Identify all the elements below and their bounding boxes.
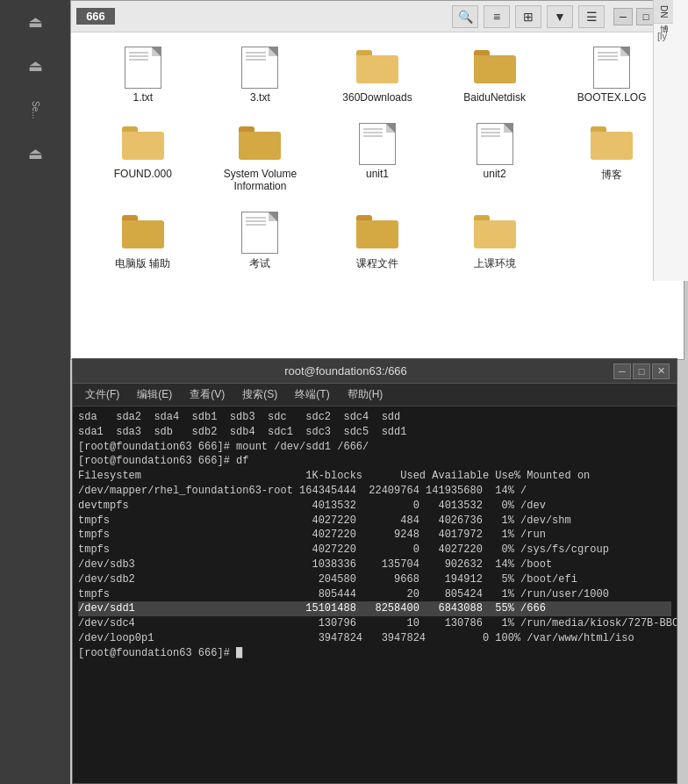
list-view-button[interactable]: ≡ — [484, 5, 510, 28]
file-label: 上课环境 — [474, 256, 516, 271]
search-icon: 🔍 — [458, 10, 473, 24]
folder-icon-shape — [356, 50, 398, 85]
folder-icon-shape — [122, 126, 164, 162]
label-icon-3: Se... — [19, 97, 51, 123]
file-item-unit1[interactable]: unit1 — [319, 118, 436, 198]
txt-icon-shape — [241, 212, 278, 254]
file-icon-txt — [239, 212, 281, 254]
sidebar-item-1[interactable]: ⏏ — [19, 9, 51, 35]
terminal-title: root@foundation63:/666 — [80, 364, 612, 378]
file-label: 360Downloads — [342, 91, 412, 104]
file-icon-txt — [591, 47, 633, 89]
txt-icon-shape — [241, 47, 278, 89]
txt-icon-shape — [359, 123, 396, 165]
terminal-body[interactable]: sda sda2 sda4 sdb1 sdb3 sdc sdc2 sdc4 sd… — [73, 406, 677, 781]
file-label: BaiduNetdisk — [463, 91, 526, 104]
file-item-baidunetdisk[interactable]: BaiduNetdisk — [436, 41, 554, 109]
terminal-menu-edit[interactable]: 编辑(E) — [128, 385, 181, 404]
file-label: unit2 — [484, 168, 506, 180]
minimize-button[interactable]: ─ — [613, 8, 633, 25]
file-icon-folder — [356, 47, 398, 89]
terminal-close-button[interactable]: ✕ — [652, 363, 670, 379]
file-item-pcversion[interactable]: 电脑版 辅助 — [84, 206, 202, 277]
menu-button[interactable]: ☰ — [578, 5, 605, 28]
browser-partial: DN博 [ly — [653, 0, 688, 281]
file-label: BOOTEX.LOG — [577, 91, 647, 104]
grid-view-button[interactable]: ⊞ — [515, 5, 541, 28]
file-icon-folder — [591, 123, 633, 165]
folder-icon-shape — [591, 126, 633, 162]
file-icon-folder-open — [474, 47, 516, 89]
chevron-down-icon: ▼ — [554, 10, 566, 24]
file-item-system-volume[interactable]: System Volume Information — [202, 118, 319, 198]
terminal-menu-terminal[interactable]: 终端(T) — [286, 385, 338, 404]
eject-icon-2: ⏏ — [19, 53, 51, 79]
file-icon-folder-open — [356, 212, 398, 254]
terminal-highlighted-row: /dev/sdd1 15101488 8258400 6843088 55% /… — [78, 601, 671, 616]
file-item-classenv[interactable]: 上课环境 — [436, 206, 554, 277]
file-label: 电脑版 辅助 — [115, 256, 170, 271]
file-icon-folder — [474, 212, 516, 254]
sidebar-item-2[interactable]: ⏏ — [19, 53, 51, 79]
file-item-course[interactable]: 课程文件 — [319, 206, 436, 277]
terminal-window: root@foundation63:/666 ─ □ ✕ 文件(F) 编辑(E)… — [72, 358, 677, 784]
file-icon-txt — [239, 47, 281, 89]
sidebar-item-3[interactable]: Se... — [19, 97, 51, 123]
file-label: System Volume Information — [216, 168, 304, 192]
terminal-menubar: 文件(F) 编辑(E) 查看(V) 搜索(S) 终端(T) 帮助(H) — [73, 384, 677, 406]
file-item-found000[interactable]: FOUND.000 — [84, 118, 202, 198]
grid-view-icon: ⊞ — [523, 10, 534, 24]
file-icon-txt — [122, 47, 164, 89]
sidebar-item-4[interactable]: ⏏ — [19, 140, 51, 167]
file-grid: 1.txt 3.txt 360Downloads — [71, 32, 684, 359]
file-label: 考试 — [249, 256, 270, 271]
file-icon-txt — [356, 123, 398, 165]
file-item-unit2[interactable]: unit2 — [436, 118, 554, 198]
terminal-menu-search[interactable]: 搜索(S) — [233, 385, 286, 404]
file-label: 1.txt — [133, 91, 153, 104]
file-label: 3.txt — [250, 91, 270, 104]
folder-icon-shape — [474, 215, 516, 250]
file-label: 课程文件 — [356, 256, 398, 271]
file-label: unit1 — [366, 168, 389, 180]
folder-open-icon-shape — [356, 215, 398, 250]
file-icon-folder — [122, 123, 164, 165]
txt-icon-shape — [593, 47, 630, 89]
list-view-icon: ≡ — [493, 10, 500, 24]
terminal-menu-help[interactable]: 帮助(H) — [339, 385, 392, 404]
terminal-menu-view[interactable]: 查看(V) — [181, 385, 233, 404]
terminal-minimize-button[interactable]: ─ — [613, 363, 631, 379]
file-manager-toolbar: 666 🔍 ≡ ⊞ ▼ ☰ ─ □ ✕ — [71, 1, 684, 32]
search-button[interactable]: 🔍 — [452, 5, 478, 28]
file-item-360downloads[interactable]: 360Downloads — [319, 41, 436, 109]
txt-icon-shape — [477, 123, 513, 165]
terminal-maximize-button[interactable]: □ — [633, 363, 650, 379]
eject-icon-1: ⏏ — [19, 9, 51, 35]
file-item-3txt[interactable]: 3.txt — [202, 41, 319, 109]
window-badge: 666 — [76, 8, 115, 25]
file-item-1txt[interactable]: 1.txt — [84, 41, 202, 109]
file-icon-txt — [474, 123, 516, 165]
txt-icon-shape — [125, 47, 161, 89]
file-label: FOUND.000 — [114, 168, 172, 180]
folder-open-icon-shape — [474, 50, 516, 85]
terminal-titlebar: root@foundation63:/666 ─ □ ✕ — [73, 359, 677, 384]
folder-open-icon-shape — [239, 126, 281, 162]
terminal-menu-file[interactable]: 文件(F) — [76, 385, 128, 404]
file-manager-window: 666 🔍 ≡ ⊞ ▼ ☰ ─ □ ✕ — [70, 0, 684, 360]
file-icon-folder-open — [122, 212, 164, 254]
dropdown-button[interactable]: ▼ — [547, 5, 573, 28]
file-icon-folder-open — [239, 123, 281, 165]
file-label: 博客 — [601, 168, 622, 183]
hamburger-icon: ☰ — [586, 10, 598, 24]
folder-open-icon-shape — [122, 215, 164, 250]
browser-icon-bar: [ly — [654, 27, 688, 45]
file-item-exam[interactable]: 考试 — [202, 206, 319, 277]
browser-tab: DN博 — [654, 0, 673, 24]
sidebar: ⏏ ⏏ Se... ⏏ — [0, 0, 70, 784]
browser-label: [ly — [657, 31, 684, 41]
eject-icon-4: ⏏ — [19, 140, 51, 167]
